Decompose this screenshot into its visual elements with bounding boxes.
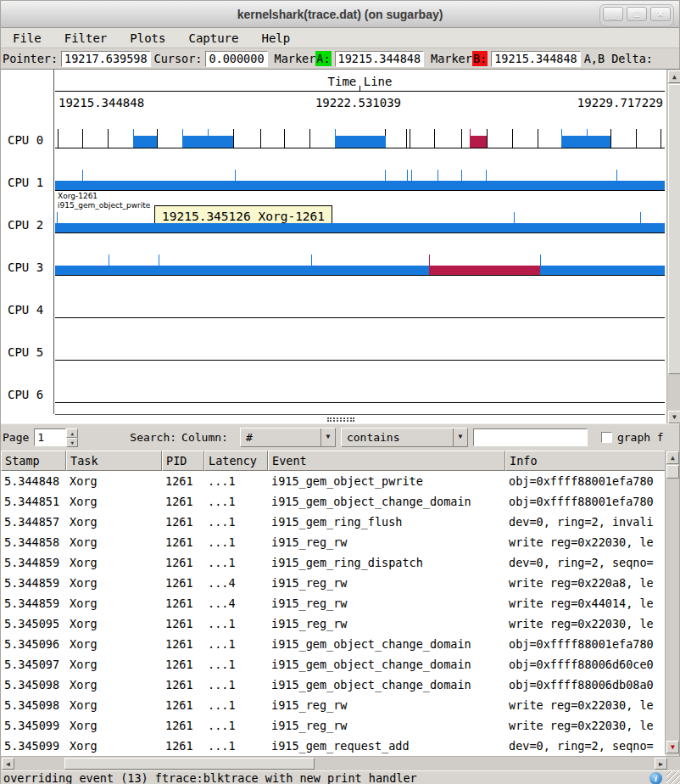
pointer-label: Pointer: <box>3 52 58 65</box>
event-tick <box>133 129 134 148</box>
close-button[interactable]: × <box>650 7 671 21</box>
scroll-up-icon[interactable]: ▲ <box>668 70 680 83</box>
graph-scrollbar-thumb[interactable] <box>668 84 680 374</box>
column-header-stamp[interactable]: Stamp <box>1 451 66 471</box>
column-header-latency[interactable]: Latency <box>204 451 268 471</box>
event-tick <box>82 170 83 190</box>
cell: 5.345098 <box>1 695 66 715</box>
cell: write reg=0x44014, le <box>505 593 666 613</box>
table-row[interactable]: 5.344857Xorg1261...1i915_gem_ring_flushd… <box>1 512 666 532</box>
table-header-row: StampTaskPIDLatencyEventInfo <box>1 451 666 471</box>
table-row[interactable]: 5.345099Xorg1261...1i915_reg_rwwrite reg… <box>1 715 666 736</box>
page-input[interactable]: 1 <box>34 428 66 446</box>
event-tick <box>438 170 438 190</box>
title-bar[interactable]: kernelshark(trace.dat) (on sugarbay) _ □… <box>1 1 679 28</box>
event-tick <box>311 255 312 275</box>
table-row[interactable]: 5.345099Xorg1261...1i915_gem_request_add… <box>1 736 666 756</box>
cell: i915_reg_rw <box>268 613 505 634</box>
graph-vertical-scrollbar[interactable]: ▲ ▼ <box>666 70 680 424</box>
table-vertical-scrollbar[interactable]: ▲ ▼ <box>665 451 679 754</box>
event-tick <box>434 129 435 148</box>
table-horizontal-scrollbar[interactable]: ◀ ▶ <box>1 756 680 770</box>
cell: 5.344859 <box>1 573 66 593</box>
column-select[interactable]: # ▼ <box>240 428 336 447</box>
page-spinner[interactable]: 1 ▲ ▼ <box>34 428 78 446</box>
info-icon[interactable]: i <box>649 772 662 784</box>
cell: i915_gem_object_change_domain <box>268 654 505 675</box>
chevron-down-icon[interactable]: ▼ <box>453 428 467 446</box>
resize-grip-icon[interactable] <box>666 771 680 784</box>
table-row[interactable]: 5.344859Xorg1261...4i915_reg_rwwrite reg… <box>1 593 666 613</box>
timeline-plot[interactable]: Time Line 19215.344848 19222.531039 1922… <box>55 70 665 414</box>
cell: 5.345097 <box>1 654 66 675</box>
menu-item-file[interactable]: File <box>9 31 45 46</box>
match-select[interactable]: contains ▼ <box>341 428 468 447</box>
event-tick <box>182 129 183 148</box>
column-header-info[interactable]: Info <box>505 451 666 471</box>
event-tick <box>157 129 158 148</box>
event-table[interactable]: StampTaskPIDLatencyEventInfo 5.344848Xor… <box>1 451 666 756</box>
cell: 1261 <box>162 552 204 573</box>
menu-item-capture[interactable]: Capture <box>185 31 242 46</box>
cell: ...1 <box>204 736 268 756</box>
table-row[interactable]: 5.345095Xorg1261...1i915_reg_rwwrite reg… <box>1 613 666 634</box>
scroll-down-icon[interactable]: ▼ <box>666 741 679 753</box>
event-tick <box>57 212 58 232</box>
table-row[interactable]: 5.344851Xorg1261...1i915_gem_object_chan… <box>1 491 666 512</box>
table-row[interactable]: 5.345097Xorg1261...1i915_gem_object_chan… <box>1 654 666 675</box>
column-header-event[interactable]: Event <box>268 451 505 471</box>
delta-label: A,B Delta: <box>584 52 653 65</box>
event-bar <box>335 136 386 148</box>
cell: 1261 <box>162 695 204 715</box>
cell: ...1 <box>204 471 268 491</box>
menu-item-help[interactable]: Help <box>258 31 293 46</box>
table-row[interactable]: 5.344848Xorg1261...1i915_gem_object_pwri… <box>1 471 666 491</box>
cell: 5.345095 <box>1 613 66 634</box>
cell: obj=0xffff88001efa780 <box>505 491 666 512</box>
column-label: Column: <box>181 431 228 444</box>
table-row[interactable]: 5.345098Xorg1261...1i915_gem_object_chan… <box>1 675 666 695</box>
search-input[interactable] <box>473 428 588 446</box>
minimize-button[interactable]: _ <box>603 7 623 21</box>
graph-follows-checkbox[interactable] <box>601 432 612 443</box>
event-tick <box>208 129 209 148</box>
menu-item-filter[interactable]: Filter <box>61 31 111 46</box>
event-tick <box>284 129 285 148</box>
cell: Xorg <box>66 471 162 491</box>
table-row[interactable]: 5.344859Xorg1261...1i915_gem_ring_dispat… <box>1 552 666 573</box>
cell: obj=0xffff88006db08a0 <box>505 675 666 695</box>
cell: ...1 <box>204 491 268 512</box>
scroll-right-icon[interactable]: ▶ <box>655 758 667 770</box>
event-tick <box>407 170 408 190</box>
chevron-down-icon[interactable]: ▼ <box>320 428 335 446</box>
cell: Xorg <box>66 573 162 593</box>
cpu2-task-label: Xorg-1261 <box>58 192 98 200</box>
cell: ...4 <box>204 593 268 613</box>
column-header-task[interactable]: Task <box>66 451 162 471</box>
cell: ...1 <box>204 512 268 532</box>
event-tick <box>233 129 234 148</box>
cell: write reg=0x22030, le <box>505 613 666 634</box>
status-bar: overriding event (13) ftrace:blktrace wi… <box>1 770 680 784</box>
scroll-down-icon[interactable]: ▼ <box>668 411 680 423</box>
cell: 1261 <box>162 613 204 634</box>
status-text: overriding event (13) ftrace:blktrace wi… <box>3 771 417 784</box>
cell: 1261 <box>162 573 204 593</box>
column-header-pid[interactable]: PID <box>162 451 204 471</box>
scroll-left-icon[interactable]: ◀ <box>2 758 14 770</box>
maximize-button[interactable]: □ <box>627 7 647 21</box>
cursor-value: 0.000000 <box>205 51 267 67</box>
table-row[interactable]: 5.345098Xorg1261...1i915_reg_rwwrite reg… <box>1 695 666 715</box>
table-scrollbar-thumb[interactable] <box>666 465 679 479</box>
pane-splitter-handle[interactable] <box>327 417 354 422</box>
page-increment-icon[interactable]: ▲ <box>66 428 78 438</box>
table-row[interactable]: 5.345096Xorg1261...1i915_gem_object_chan… <box>1 634 666 654</box>
hscrollbar-thumb[interactable] <box>64 758 315 770</box>
cpu2-event-label: i915_gem_object_pwrite <box>58 201 150 210</box>
page-decrement-icon[interactable]: ▼ <box>66 438 78 447</box>
event-tick <box>514 212 515 232</box>
scroll-up-icon[interactable]: ▲ <box>666 451 679 464</box>
table-row[interactable]: 5.344859Xorg1261...4i915_reg_rwwrite reg… <box>1 573 666 593</box>
table-row[interactable]: 5.344858Xorg1261...1i915_reg_rwwrite reg… <box>1 532 666 552</box>
menu-item-plots[interactable]: Plots <box>126 31 169 46</box>
